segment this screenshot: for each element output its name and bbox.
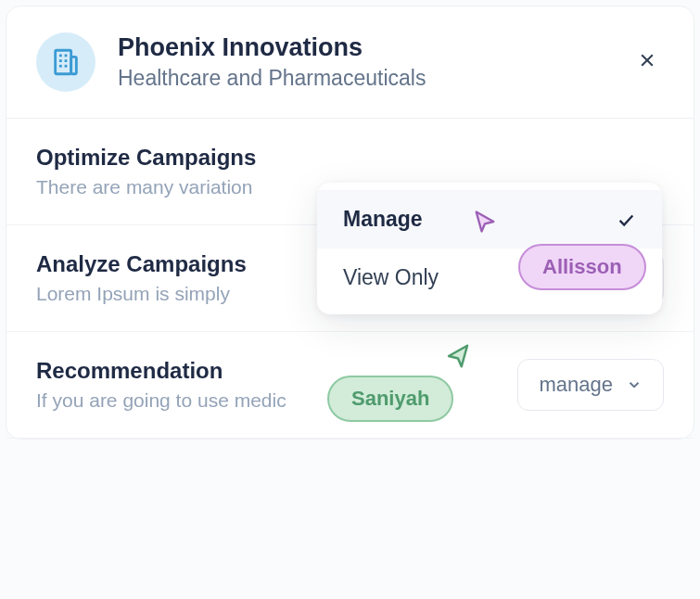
row-title: Recommendation bbox=[36, 358, 286, 384]
close-icon bbox=[638, 51, 656, 70]
org-title: Phoenix Innovations bbox=[118, 33, 426, 62]
org-subtitle: Healthcare and Pharmaceuticals bbox=[118, 66, 426, 91]
select-value: manage bbox=[539, 373, 613, 397]
row-text: Optimize Campaigns There are many variat… bbox=[36, 145, 256, 198]
cursor-allisson bbox=[472, 209, 498, 238]
user-name: Allisson bbox=[542, 255, 622, 279]
row-title: Analyze Campaigns bbox=[36, 251, 247, 277]
title-block: Phoenix Innovations Healthcare and Pharm… bbox=[118, 33, 426, 91]
row-desc: There are many variation bbox=[36, 176, 256, 198]
user-badge-saniyah: Saniyah bbox=[327, 376, 453, 422]
user-name: Saniyah bbox=[351, 387, 429, 411]
cursor-icon bbox=[472, 209, 498, 235]
card-header: Phoenix Innovations Healthcare and Pharm… bbox=[6, 6, 694, 119]
close-button[interactable] bbox=[630, 42, 664, 83]
org-icon bbox=[36, 32, 95, 92]
check-icon bbox=[616, 210, 636, 230]
cursor-icon bbox=[444, 342, 472, 370]
row-title: Optimize Campaigns bbox=[36, 145, 256, 171]
chevron-down-icon bbox=[626, 376, 643, 393]
row-text: Recommendation If you are going to use m… bbox=[36, 358, 286, 412]
user-badge-allisson: Allisson bbox=[518, 244, 646, 290]
row-text: Analyze Campaigns Lorem Ipsum is simply bbox=[36, 251, 247, 305]
dropdown-label: View Only bbox=[343, 265, 439, 290]
svg-rect-1 bbox=[71, 57, 77, 73]
org-card: Phoenix Innovations Healthcare and Pharm… bbox=[6, 6, 694, 440]
dropdown-label: Manage bbox=[343, 207, 423, 232]
cursor-saniyah bbox=[444, 342, 472, 374]
permission-select[interactable]: manage bbox=[517, 359, 664, 411]
row-desc: Lorem Ipsum is simply bbox=[36, 283, 247, 305]
svg-rect-0 bbox=[56, 50, 71, 74]
row-desc: If you are going to use medic bbox=[36, 389, 286, 412]
building-icon bbox=[50, 46, 82, 78]
